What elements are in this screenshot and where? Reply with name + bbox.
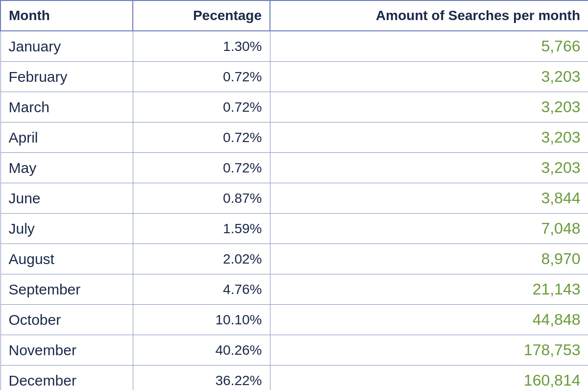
table-row: June0.87%3,844 (0, 183, 588, 214)
table-row: December36.22%160,814 (0, 366, 588, 390)
table-row: August2.02%8,970 (0, 244, 588, 274)
cell-percentage: 2.02% (133, 244, 270, 274)
header-searches: Amount of Searches per month (270, 0, 588, 31)
cell-percentage: 0.87% (133, 183, 270, 214)
cell-percentage: 1.30% (133, 31, 270, 62)
table-row: February0.72%3,203 (0, 62, 588, 92)
cell-percentage: 0.72% (133, 122, 270, 153)
header-row: Month Pecentage Amount of Searches per m… (0, 0, 588, 31)
cell-percentage: 10.10% (133, 305, 270, 335)
cell-month: September (0, 274, 133, 305)
table-row: May0.72%3,203 (0, 153, 588, 183)
cell-percentage: 40.26% (133, 335, 270, 366)
table-row: April0.72%3,203 (0, 122, 588, 153)
cell-searches: 21,143 (270, 274, 588, 305)
cell-month: October (0, 305, 133, 335)
cell-month: April (0, 122, 133, 153)
cell-month: July (0, 214, 133, 244)
header-percentage: Pecentage (133, 0, 270, 31)
cell-searches: 3,203 (270, 122, 588, 153)
cell-percentage: 4.76% (133, 274, 270, 305)
cell-month: March (0, 92, 133, 122)
table-row: November40.26%178,753 (0, 335, 588, 366)
cell-searches: 160,814 (270, 366, 588, 390)
cell-percentage: 0.72% (133, 62, 270, 92)
cell-percentage: 1.59% (133, 214, 270, 244)
cell-searches: 8,970 (270, 244, 588, 274)
cell-month: June (0, 183, 133, 214)
cell-searches: 3,203 (270, 62, 588, 92)
cell-percentage: 36.22% (133, 366, 270, 390)
cell-month: February (0, 62, 133, 92)
cell-month: December (0, 366, 133, 390)
cell-month: January (0, 31, 133, 62)
header-month: Month (0, 0, 133, 31)
table-row: October10.10%44,848 (0, 305, 588, 335)
cell-month: August (0, 244, 133, 274)
cell-percentage: 0.72% (133, 153, 270, 183)
cell-searches: 3,203 (270, 153, 588, 183)
cell-searches: 3,203 (270, 92, 588, 122)
table-row: September4.76%21,143 (0, 274, 588, 305)
cell-searches: 3,844 (270, 183, 588, 214)
cell-percentage: 0.72% (133, 92, 270, 122)
cell-searches: 5,766 (270, 31, 588, 62)
table-row: March0.72%3,203 (0, 92, 588, 122)
cell-searches: 7,048 (270, 214, 588, 244)
cell-month: November (0, 335, 133, 366)
table-row: July1.59%7,048 (0, 214, 588, 244)
data-table: Month Pecentage Amount of Searches per m… (0, 0, 588, 390)
cell-searches: 44,848 (270, 305, 588, 335)
table-row: January1.30%5,766 (0, 31, 588, 62)
cell-searches: 178,753 (270, 335, 588, 366)
cell-month: May (0, 153, 133, 183)
